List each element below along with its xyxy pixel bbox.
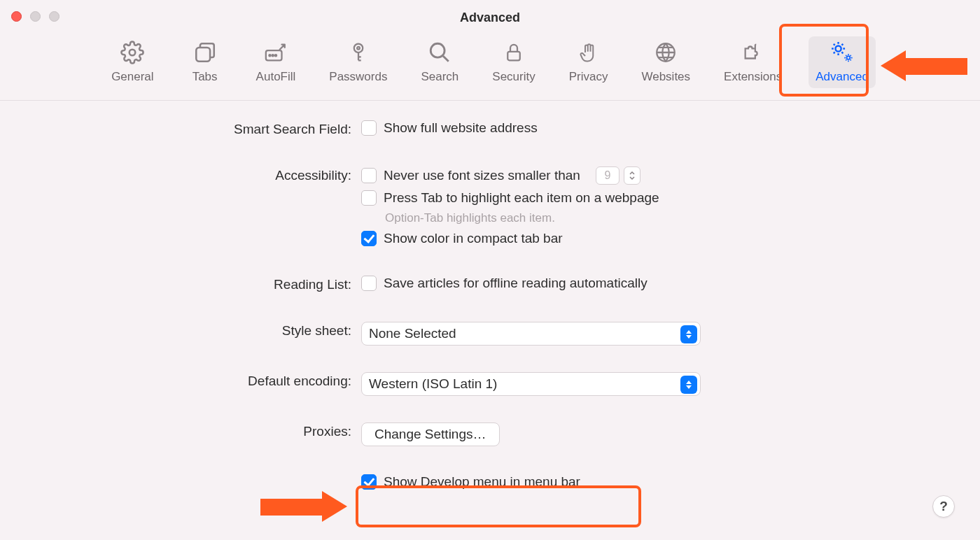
tab-label: Tabs (192, 70, 218, 84)
tabs-icon (192, 39, 218, 66)
default-encoding-value: Western (ISO Latin 1) (369, 376, 497, 392)
svg-point-4 (272, 55, 274, 56)
tab-label: General (111, 70, 153, 84)
style-sheet-row: Style sheet: None Selected (0, 322, 980, 346)
tab-label: Search (421, 70, 458, 84)
font-size-stepper[interactable]: 9 (596, 166, 640, 185)
tab-label: AutoFill (256, 70, 296, 84)
option-tab-helper: Option-Tab highlights each item. (385, 211, 659, 225)
develop-row: Show Develop menu in menu bar (0, 471, 980, 492)
svg-point-11 (836, 46, 841, 52)
press-tab-checkbox[interactable] (361, 190, 377, 206)
tab-label: Passwords (329, 70, 387, 84)
tab-search[interactable]: Search (414, 36, 465, 88)
svg-point-0 (130, 50, 136, 56)
minimize-window-button[interactable] (30, 11, 41, 22)
preferences-toolbar: General Tabs AutoFill Passwords Search S… (0, 31, 980, 101)
gears-icon (829, 39, 855, 66)
puzzle-icon (740, 39, 766, 66)
save-offline-checkbox[interactable] (361, 276, 377, 291)
chevron-updown-icon (680, 376, 697, 394)
tab-label: Advanced (816, 70, 869, 84)
save-offline-label: Save articles for offline reading automa… (384, 276, 648, 291)
default-encoding-select[interactable]: Western (ISO Latin 1) (361, 372, 701, 396)
tab-label: Security (492, 70, 535, 84)
style-sheet-value: None Selected (369, 326, 456, 341)
search-icon (426, 39, 453, 66)
svg-rect-1 (196, 48, 210, 62)
tab-autofill[interactable]: AutoFill (249, 36, 303, 88)
show-color-label: Show color in compact tab bar (384, 231, 563, 246)
never-font-size-checkbox[interactable] (361, 168, 377, 183)
never-font-size-label: Never use font sizes smaller than (384, 168, 580, 183)
svg-rect-9 (507, 52, 520, 61)
press-tab-label: Press Tab to highlight each item on a we… (384, 190, 659, 206)
titlebar: Advanced (0, 0, 980, 31)
tab-advanced[interactable]: Advanced (808, 36, 876, 88)
tab-label: Websites (641, 70, 690, 84)
maximize-window-button[interactable] (49, 11, 59, 22)
default-encoding-row: Default encoding: Western (ISO Latin 1) (0, 372, 980, 396)
show-develop-menu-label: Show Develop menu in menu bar (384, 474, 580, 490)
tab-privacy[interactable]: Privacy (562, 36, 615, 88)
smart-search-row: Smart Search Field: Show full website ad… (0, 120, 980, 137)
style-sheet-label: Style sheet: (0, 322, 361, 339)
lock-icon (500, 39, 527, 66)
tab-label: Extensions (724, 70, 782, 84)
help-button[interactable]: ? (932, 495, 955, 518)
svg-point-7 (357, 47, 360, 50)
change-settings-label: Change Settings… (374, 427, 486, 442)
annotation-arrow-develop (260, 490, 351, 525)
svg-point-5 (275, 55, 276, 56)
key-icon (345, 39, 372, 66)
show-full-address-checkbox[interactable] (361, 120, 377, 136)
style-sheet-select[interactable]: None Selected (361, 322, 701, 346)
show-develop-menu-checkbox[interactable] (361, 474, 377, 490)
tab-security[interactable]: Security (485, 36, 542, 88)
change-settings-button[interactable]: Change Settings… (361, 422, 500, 446)
autofill-icon (262, 39, 289, 66)
hand-icon (575, 39, 602, 66)
tab-extensions[interactable]: Extensions (717, 36, 789, 88)
svg-point-6 (354, 44, 363, 53)
svg-point-8 (431, 43, 445, 57)
svg-point-3 (269, 55, 270, 56)
accessibility-row: Accessibility: Never use font sizes smal… (0, 166, 980, 246)
reading-list-label: Reading List: (0, 276, 361, 292)
proxies-label: Proxies: (0, 422, 361, 439)
reading-list-row: Reading List: Save articles for offline … (0, 276, 980, 292)
default-encoding-label: Default encoding: (0, 372, 361, 389)
tab-general[interactable]: General (104, 36, 160, 88)
help-icon: ? (939, 499, 948, 514)
window-title: Advanced (460, 6, 520, 25)
svg-point-12 (847, 56, 850, 59)
tab-websites[interactable]: Websites (634, 36, 697, 88)
advanced-pane: Smart Search Field: Show full website ad… (0, 101, 980, 492)
close-window-button[interactable] (11, 11, 22, 22)
show-full-address-label: Show full website address (384, 120, 538, 136)
font-size-value: 9 (596, 166, 620, 185)
tab-passwords[interactable]: Passwords (322, 36, 394, 88)
globe-icon (652, 39, 679, 66)
gear-icon (119, 39, 146, 66)
window-controls (11, 11, 59, 22)
tab-tabs[interactable]: Tabs (181, 36, 230, 88)
show-color-checkbox[interactable] (361, 231, 377, 246)
develop-spacer (0, 471, 361, 473)
tab-label: Privacy (569, 70, 608, 84)
accessibility-label: Accessibility: (0, 166, 361, 183)
chevron-updown-icon[interactable] (624, 166, 640, 185)
proxies-row: Proxies: Change Settings… (0, 422, 980, 446)
chevron-updown-icon (680, 325, 697, 343)
smart-search-label: Smart Search Field: (0, 120, 361, 137)
